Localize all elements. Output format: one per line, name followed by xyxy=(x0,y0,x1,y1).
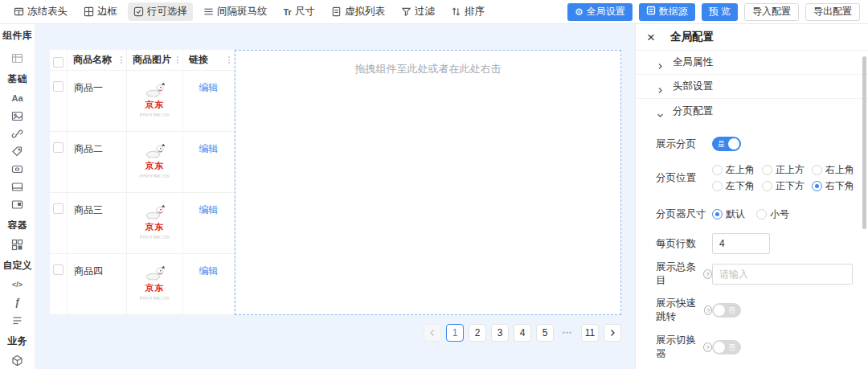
more-pages-button[interactable]: ••• xyxy=(559,324,576,342)
virtual-list-icon xyxy=(331,6,342,17)
section-header-settings[interactable]: 头部设置 xyxy=(636,75,868,99)
select-all-checkbox[interactable] xyxy=(53,57,63,68)
section-label: 全局属性 xyxy=(673,55,713,69)
image-icon[interactable] xyxy=(10,109,26,123)
toolbar-item-label: 冻结表头 xyxy=(27,5,68,18)
jd-slogan: 多快好省 购物上京东 xyxy=(140,174,170,178)
top-toolbar: 冻结表头 边框 行可选择 间隔斑马纹 Tr 尺寸 虚拟列表 xyxy=(0,0,868,24)
row-checkbox[interactable] xyxy=(53,142,63,153)
radio-bottom-left[interactable]: 左下角 xyxy=(712,179,762,193)
help-icon[interactable]: ? xyxy=(703,269,712,279)
design-canvas[interactable]: 商品名称 商品图片 链接 商品一 xyxy=(35,24,635,369)
custom-list-icon[interactable] xyxy=(10,313,26,327)
show-total-input[interactable] xyxy=(712,264,853,285)
card-icon[interactable] xyxy=(10,179,26,194)
toolbar-item-freeze-header[interactable]: 冻结表头 xyxy=(8,2,73,21)
product-image-cell: 京东 多快好省 购物上京东 xyxy=(127,71,183,132)
media-card-icon[interactable] xyxy=(10,197,26,211)
help-icon[interactable]: ? xyxy=(704,305,712,315)
row-checkbox[interactable] xyxy=(53,264,63,275)
product-image-cell: 京东 多快好省 购物上京东 xyxy=(127,193,183,254)
close-icon[interactable]: × xyxy=(647,31,661,44)
toolbar-item-label: 间隔斑马纹 xyxy=(217,5,268,18)
toolbar-item-sort[interactable]: 排序 xyxy=(445,2,490,21)
row-checkbox[interactable] xyxy=(53,203,63,214)
switcher-toggle[interactable]: 否 xyxy=(712,340,741,355)
radio-size-default[interactable]: 默认 xyxy=(712,207,745,221)
toolbar-item-zebra-stripe[interactable]: 间隔斑马纹 xyxy=(198,2,273,21)
edit-link[interactable]: 编辑 xyxy=(199,203,219,253)
import-config-button[interactable]: 导入配置 xyxy=(744,3,799,21)
component-table-icon[interactable] xyxy=(10,51,26,65)
page-button[interactable]: 5 xyxy=(536,324,554,342)
page-button[interactable]: 1 xyxy=(446,324,464,342)
radio-bottom-right[interactable]: 右下角 xyxy=(812,179,862,193)
jd-slogan: 多快好省 购物上京东 xyxy=(140,296,170,301)
radio-top-left[interactable]: 左上角 xyxy=(712,163,762,177)
sort-icon xyxy=(451,6,461,17)
toolbar-item-size[interactable]: Tr 尺寸 xyxy=(278,2,321,21)
panel-scrollbar[interactable] xyxy=(862,56,866,229)
column-menu-icon[interactable] xyxy=(121,56,126,64)
button-icon[interactable] xyxy=(10,162,26,176)
field-label: 分页位置 xyxy=(656,171,712,185)
cube-icon[interactable] xyxy=(10,353,26,367)
toolbar-item-label: 排序 xyxy=(465,5,485,18)
radio-size-small[interactable]: 小号 xyxy=(756,207,789,221)
column-menu-icon[interactable] xyxy=(228,56,234,64)
radio-bottom-center[interactable]: 正下方 xyxy=(762,179,812,193)
table-row: 商品四 京东 多快好省 购物上京东 编辑 xyxy=(50,254,234,315)
jd-slogan: 多快好省 购物上京东 xyxy=(140,113,170,117)
formula-icon[interactable]: ƒ xyxy=(10,295,26,310)
button-label: 预 览 xyxy=(709,5,731,18)
position-radio-group: 左上角 正上方 右上角 左下角 正下方 右下角 xyxy=(712,163,862,193)
edit-link[interactable]: 编辑 xyxy=(199,264,219,314)
quick-jump-toggle[interactable]: 否 xyxy=(712,303,741,318)
header-cell-name: 商品名称 xyxy=(68,50,127,71)
grid-layout-icon[interactable] xyxy=(10,237,26,252)
rows-per-page-input[interactable] xyxy=(712,233,770,254)
section-pagination-config[interactable]: 分页配置 xyxy=(636,99,868,123)
radio-top-center[interactable]: 正上方 xyxy=(762,163,812,177)
edit-link[interactable]: 编辑 xyxy=(199,81,219,131)
section-label: 头部设置 xyxy=(673,80,713,93)
global-settings-button[interactable]: ⚙ 全局设置 xyxy=(567,3,633,21)
text-icon[interactable]: Aa xyxy=(10,91,26,105)
page-button[interactable]: 2 xyxy=(469,324,486,342)
size-radio-group: 默认 小号 xyxy=(712,207,789,221)
jd-mascot-icon xyxy=(141,204,169,220)
link-icon[interactable] xyxy=(10,126,26,141)
toolbar-action-group: ⚙ 全局设置 数据源 预 览 导入配置 导出配置 xyxy=(567,3,860,21)
tag-icon[interactable] xyxy=(10,144,26,158)
field-pagination-position: 分页位置 左上角 正上方 右上角 左下角 正下方 右下角 xyxy=(656,163,868,193)
toolbar-item-row-select[interactable]: 行可选择 xyxy=(128,2,193,21)
toolbar-item-filter[interactable]: 过滤 xyxy=(395,2,440,21)
zebra-stripe-icon xyxy=(203,6,214,17)
row-checkbox[interactable] xyxy=(53,81,63,92)
page-button[interactable]: 11 xyxy=(581,324,599,342)
toolbar-item-label: 过滤 xyxy=(415,5,435,18)
page-button[interactable]: 4 xyxy=(514,324,531,342)
toolbar-item-virtual-list[interactable]: 虚拟列表 xyxy=(326,2,391,21)
column-header-label: 链接 xyxy=(189,53,208,67)
row-select-icon xyxy=(133,6,144,17)
toolbar-item-border[interactable]: 边框 xyxy=(78,2,123,21)
page-button[interactable]: 3 xyxy=(491,324,509,342)
prev-page-button[interactable] xyxy=(424,324,441,342)
show-pagination-toggle[interactable]: 是 xyxy=(712,137,741,151)
toolbar-item-label: 尺寸 xyxy=(295,5,315,18)
component-drop-area[interactable]: 拖拽组件至此处或者在此处右击 xyxy=(235,50,621,315)
help-icon[interactable]: ? xyxy=(703,342,712,352)
edit-link[interactable]: 编辑 xyxy=(199,142,219,192)
code-icon[interactable]: </> xyxy=(10,277,26,292)
radio-top-right[interactable]: 右上角 xyxy=(812,163,862,177)
datasource-button[interactable]: 数据源 xyxy=(639,3,695,21)
filter-icon xyxy=(401,6,411,17)
section-global-props[interactable]: 全局属性 xyxy=(636,51,868,75)
export-config-button[interactable]: 导出配置 xyxy=(805,3,860,21)
preview-button[interactable]: 预 览 xyxy=(702,3,738,21)
panel-title: 全局配置 xyxy=(670,30,714,44)
field-label: 展示快速跳转 ? xyxy=(656,297,712,324)
column-menu-icon[interactable] xyxy=(177,56,182,64)
next-page-button[interactable] xyxy=(604,324,621,342)
